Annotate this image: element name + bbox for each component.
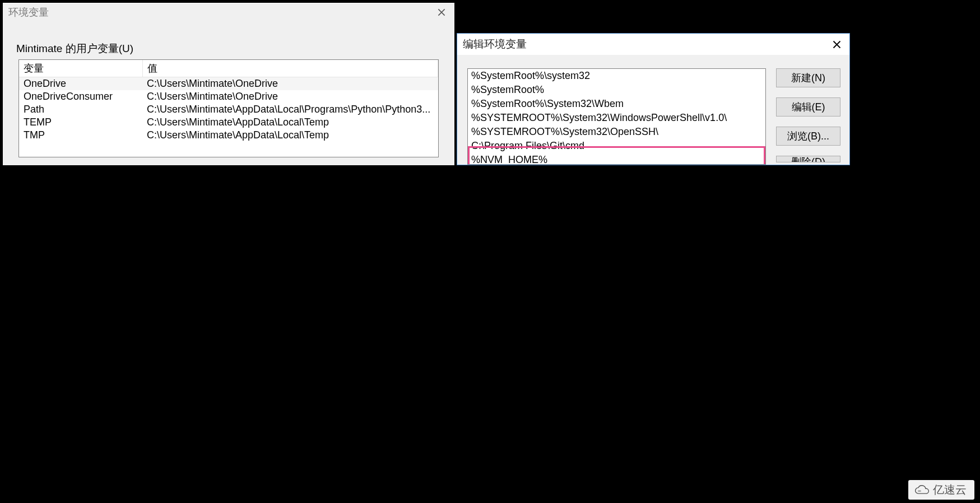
path-list-item[interactable]: %NVM_HOME% xyxy=(468,153,765,165)
env-dialog-title: 环境变量 xyxy=(8,6,49,19)
delete-button[interactable]: 删除(D) xyxy=(776,156,840,162)
cloud-icon: ∞ xyxy=(914,485,930,496)
path-list-item[interactable]: %SYSTEMROOT%\System32\OpenSSH\ xyxy=(468,125,765,139)
close-icon xyxy=(833,40,841,49)
path-entries-list[interactable]: %SystemRoot%\system32%SystemRoot%%System… xyxy=(467,68,766,165)
var-value-cell: C:\Users\Mintimate\AppData\Local\Temp xyxy=(142,129,438,142)
user-variables-label: Mintimate 的用户变量(U) xyxy=(16,41,454,56)
table-row[interactable]: PathC:\Users\Mintimate\AppData\Local\Pro… xyxy=(19,103,438,116)
edit-dialog-title: 编辑环境变量 xyxy=(463,37,527,52)
var-name-cell: OneDrive xyxy=(19,77,142,91)
edit-dialog-button-column: 新建(N) 编辑(E) 浏览(B)... 删除(D) xyxy=(776,68,840,165)
path-list-item[interactable]: %SystemRoot%\System32\Wbem xyxy=(468,97,765,111)
edit-button[interactable]: 编辑(E) xyxy=(776,97,840,117)
table-row[interactable]: OneDriveConsumerC:\Users\Mintimate\OneDr… xyxy=(19,90,438,103)
environment-variables-dialog: 环境变量 Mintimate 的用户变量(U) 变量 值 OneDriveC:\… xyxy=(3,3,454,165)
table-row[interactable]: TMPC:\Users\Mintimate\AppData\Local\Temp xyxy=(19,129,438,142)
watermark-badge: ∞ 亿速云 xyxy=(908,480,974,500)
var-value-cell: C:\Users\Mintimate\OneDrive xyxy=(142,90,438,103)
path-list-item[interactable]: %SystemRoot%\system32 xyxy=(468,69,765,83)
var-name-cell: TEMP xyxy=(19,116,142,129)
edit-dialog-body: %SystemRoot%\system32%SystemRoot%%System… xyxy=(457,55,849,165)
path-list-item[interactable]: C:\Program Files\Git\cmd xyxy=(468,139,765,153)
env-dialog-close-button[interactable] xyxy=(429,3,454,21)
edit-dialog-close-button[interactable] xyxy=(824,34,849,55)
svg-text:∞: ∞ xyxy=(918,488,921,493)
var-name-cell: Path xyxy=(19,103,142,116)
column-header-value[interactable]: 值 xyxy=(142,60,438,77)
edit-dialog-titlebar: 编辑环境变量 xyxy=(457,34,849,55)
browse-button[interactable]: 浏览(B)... xyxy=(776,127,840,146)
user-variables-table[interactable]: 变量 值 OneDriveC:\Users\Mintimate\OneDrive… xyxy=(18,59,439,157)
table-header-row: 变量 值 xyxy=(19,60,438,77)
table-row[interactable]: OneDriveC:\Users\Mintimate\OneDrive xyxy=(19,77,438,91)
edit-environment-variable-dialog: 编辑环境变量 %SystemRoot%\system32%SystemRoot%… xyxy=(457,33,850,165)
new-button[interactable]: 新建(N) xyxy=(776,68,840,87)
path-list-item[interactable]: %SYSTEMROOT%\System32\WindowsPowerShell\… xyxy=(468,111,765,125)
var-value-cell: C:\Users\Mintimate\AppData\Local\Temp xyxy=(142,116,438,129)
table-row[interactable]: TEMPC:\Users\Mintimate\AppData\Local\Tem… xyxy=(19,116,438,129)
column-header-variable[interactable]: 变量 xyxy=(19,60,142,77)
close-icon xyxy=(438,8,445,16)
var-name-cell: OneDriveConsumer xyxy=(19,90,142,103)
var-name-cell: TMP xyxy=(19,129,142,142)
watermark-text: 亿速云 xyxy=(933,482,967,497)
env-dialog-titlebar: 环境变量 xyxy=(3,3,454,21)
var-value-cell: C:\Users\Mintimate\OneDrive xyxy=(142,77,438,91)
path-list-item[interactable]: %SystemRoot% xyxy=(468,83,765,97)
var-value-cell: C:\Users\Mintimate\AppData\Local\Program… xyxy=(142,103,438,116)
